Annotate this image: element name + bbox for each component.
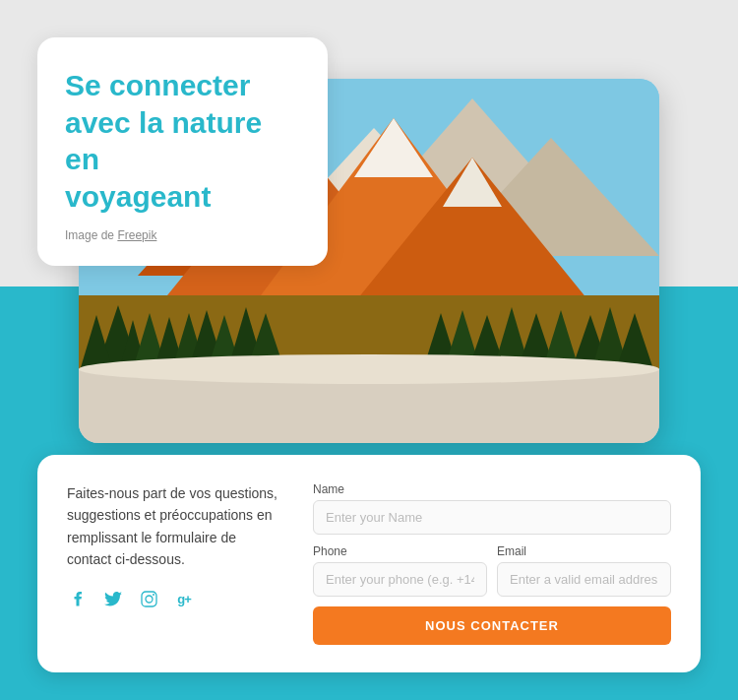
- phone-label: Phone: [313, 544, 487, 558]
- phone-input[interactable]: [313, 562, 487, 597]
- image-credit: Image de Freepik: [65, 228, 300, 242]
- email-input[interactable]: [497, 562, 671, 597]
- email-label: Email: [497, 544, 671, 558]
- svg-rect-35: [142, 592, 156, 606]
- twitter-icon[interactable]: [102, 589, 124, 610]
- instagram-icon[interactable]: [138, 589, 159, 610]
- title-card: Se connecter avec la nature en voyageant…: [37, 37, 328, 266]
- contact-card: Faites-nous part de vos questions, sugge…: [37, 455, 701, 672]
- contact-description: Faites-nous part de vos questions, sugge…: [67, 482, 283, 571]
- svg-point-37: [153, 594, 154, 596]
- svg-point-36: [146, 596, 153, 603]
- google-plus-icon[interactable]: g+: [173, 589, 195, 610]
- freepik-link[interactable]: Freepik: [117, 228, 156, 242]
- contact-description-area: Faites-nous part de vos questions, sugge…: [67, 482, 283, 645]
- phone-form-group: Phone: [313, 544, 487, 597]
- submit-button[interactable]: NOUS CONTACTER: [313, 606, 671, 645]
- contact-form-area: Name Phone Email NOUS CONTACTER: [313, 482, 671, 645]
- social-icons-group: g+: [67, 589, 283, 610]
- name-label: Name: [313, 482, 671, 496]
- facebook-icon[interactable]: [67, 589, 89, 610]
- main-heading: Se connecter avec la nature en voyageant: [65, 67, 300, 215]
- svg-point-34: [79, 354, 659, 384]
- name-form-group: Name: [313, 482, 671, 535]
- phone-email-row: Phone Email: [313, 544, 671, 597]
- name-input[interactable]: [313, 500, 671, 535]
- email-form-group: Email: [497, 544, 671, 597]
- page-wrapper: Se connecter avec la nature en voyageant…: [0, 0, 738, 700]
